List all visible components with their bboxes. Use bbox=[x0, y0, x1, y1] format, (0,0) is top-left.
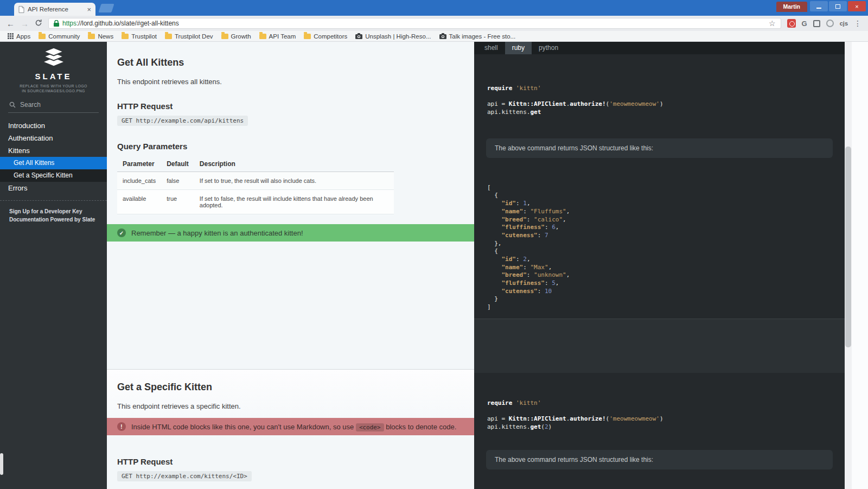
folder-icon bbox=[304, 34, 311, 39]
code-line: "name": "Fluffums", bbox=[487, 208, 832, 216]
page-content: SLATE REPLACE THIS WITH YOUR LOGO IN SOU… bbox=[0, 42, 868, 489]
folder-icon bbox=[221, 34, 228, 39]
http-request-code: GET http://example.com/api/kittens bbox=[117, 116, 248, 126]
sidebar-item-get-a-specific-kitten[interactable]: Get a Specific Kitten bbox=[0, 169, 107, 182]
page-scrollbar[interactable] bbox=[845, 42, 852, 489]
forward-icon[interactable]: → bbox=[21, 20, 29, 28]
exclamation-icon: ! bbox=[117, 422, 126, 431]
code-block-ruby-1: require 'kittn' api = Kittn::APIClient.a… bbox=[474, 54, 845, 130]
sidebar-item-introduction[interactable]: Introduction bbox=[0, 119, 107, 132]
adblock-extension-icon[interactable] bbox=[787, 19, 796, 28]
column-header-description: Description bbox=[194, 157, 394, 172]
section-description: This endpoint retrieves all kittens. bbox=[117, 78, 464, 86]
bookmark-community[interactable]: Community bbox=[35, 31, 83, 41]
sidebar-item-errors[interactable]: Errors bbox=[0, 182, 107, 194]
code-line: api.kittens.get bbox=[487, 109, 832, 117]
minimize-button[interactable] bbox=[810, 1, 828, 11]
code-line: { bbox=[487, 192, 832, 200]
sidebar-item-get-all-kittens[interactable]: Get All Kittens bbox=[0, 157, 107, 169]
powered-by-link[interactable]: Documentation Powered by Slate bbox=[9, 215, 98, 224]
g-extension-icon[interactable]: G bbox=[802, 20, 807, 28]
search-input[interactable] bbox=[20, 101, 91, 109]
column-header-parameter: Parameter bbox=[117, 157, 161, 172]
table-cell: If set to false, the result will include… bbox=[194, 190, 394, 214]
bookmark-competitors[interactable]: Competitors bbox=[301, 31, 350, 41]
tab-title: API Reference bbox=[28, 6, 84, 12]
code-panel-section-gap bbox=[474, 319, 845, 373]
section-description: This endpoint retrieves a specific kitte… bbox=[117, 402, 464, 410]
bookmark-api-team[interactable]: API Team bbox=[256, 31, 299, 41]
bookmark-label: Growth bbox=[231, 33, 251, 40]
signup-link[interactable]: Sign Up for a Developer Key bbox=[9, 207, 98, 215]
folder-icon bbox=[122, 34, 129, 39]
window-titlebar: API Reference × Martin × bbox=[0, 0, 868, 16]
table-cell: available bbox=[117, 190, 161, 214]
table-cell: include_cats bbox=[117, 172, 161, 190]
bookmark-unsplash-high-reso[interactable]: Unsplash | High-Reso... bbox=[352, 31, 434, 41]
bookmark-trustpilot-dev[interactable]: Trustpilot Dev bbox=[162, 31, 216, 41]
check-icon: ✓ bbox=[117, 228, 126, 237]
cjs-extension-icon[interactable]: cjs bbox=[840, 20, 848, 27]
lang-tab-python[interactable]: python bbox=[532, 42, 565, 54]
section-get-a-specific-kitten: Get a Specific Kitten This endpoint retr… bbox=[107, 369, 474, 489]
page-title: Get All Kittens bbox=[107, 42, 474, 68]
bookmark-label: Talk images - Free sto... bbox=[449, 33, 516, 40]
scrollbar-thumb[interactable] bbox=[845, 147, 851, 347]
maximize-button[interactable] bbox=[829, 1, 847, 11]
url-bar[interactable]: https ://lord.github.io/slate/#get-all-k… bbox=[48, 18, 781, 29]
window-controls: × bbox=[810, 1, 866, 11]
slate-logo-icon bbox=[39, 47, 69, 67]
bookmark-talk-images-free-sto[interactable]: Talk images - Free sto... bbox=[436, 31, 519, 41]
bookmarks-bar: AppsCommunityNewsTrustpilotTrustpilot De… bbox=[0, 31, 868, 42]
warning-banner-text: Inside HTML code blocks like this one, y… bbox=[131, 423, 456, 431]
screenshot-extension-icon[interactable] bbox=[813, 20, 820, 27]
bookmark-apps[interactable]: Apps bbox=[4, 31, 34, 41]
sidebar-item-authentication[interactable]: Authentication bbox=[0, 132, 107, 144]
folder-icon bbox=[39, 34, 46, 39]
code-line: "cuteness": 7 bbox=[487, 232, 832, 240]
slate-logo: SLATE REPLACE THIS WITH YOUR LOGO IN SOU… bbox=[0, 42, 107, 93]
table-header-row: ParameterDefaultDescription bbox=[117, 157, 394, 172]
browser-tab[interactable]: API Reference × bbox=[14, 3, 95, 16]
camera-icon bbox=[355, 33, 362, 39]
lang-tab-shell[interactable]: shell bbox=[477, 42, 505, 54]
code-line: "id": 1, bbox=[487, 200, 832, 208]
sidebar-scrollbar-thumb[interactable] bbox=[0, 453, 3, 475]
minimize-icon bbox=[816, 8, 821, 9]
close-button[interactable]: × bbox=[848, 1, 866, 11]
http-request-heading: HTTP Request bbox=[117, 457, 464, 466]
browser-menu-icon[interactable]: ⋮ bbox=[854, 19, 861, 28]
code-line: "fluffiness": 6, bbox=[487, 224, 832, 232]
refresh-icon[interactable] bbox=[35, 19, 42, 28]
extension-icon[interactable] bbox=[826, 20, 834, 27]
new-tab-button[interactable] bbox=[98, 4, 114, 12]
code-annotation: The above command returns JSON structure… bbox=[486, 138, 833, 158]
profile-badge[interactable]: Martin bbox=[776, 2, 808, 12]
column-header-default: Default bbox=[161, 157, 194, 172]
back-icon[interactable]: ← bbox=[7, 20, 15, 28]
query-parameters-table: ParameterDefaultDescription include_cats… bbox=[117, 157, 394, 214]
table-cell: true bbox=[161, 190, 194, 214]
browser-navbar: ← → https ://lord.github.io/slate/#get-a… bbox=[0, 16, 868, 31]
bookmark-trustpilot[interactable]: Trustpilot bbox=[118, 31, 160, 41]
bookmark-label: API Team bbox=[269, 33, 296, 40]
camera-icon bbox=[439, 33, 446, 39]
search-icon bbox=[9, 101, 16, 108]
bookmark-star-icon[interactable]: ☆ bbox=[769, 19, 776, 28]
warning-banner: ! Inside HTML code blocks like this one,… bbox=[107, 418, 474, 435]
docs-sidebar: SLATE REPLACE THIS WITH YOUR LOGO IN SOU… bbox=[0, 42, 107, 489]
lang-tab-ruby[interactable]: ruby bbox=[505, 42, 532, 54]
search-box[interactable] bbox=[8, 101, 99, 113]
bookmark-news[interactable]: News bbox=[85, 31, 117, 41]
section-get-all-kittens: Get All Kittens This endpoint retrieves … bbox=[107, 42, 474, 369]
code-block-json-response: [ { "id": 1, "name": "Fluffums", "breed"… bbox=[474, 158, 845, 319]
sidebar-item-kittens[interactable]: Kittens bbox=[0, 144, 107, 157]
tab-close-icon[interactable]: × bbox=[87, 6, 91, 13]
bookmark-growth[interactable]: Growth bbox=[218, 31, 254, 41]
code-line: require 'kittn' bbox=[487, 399, 832, 408]
bookmark-label: Community bbox=[48, 33, 80, 40]
bookmark-label: Competitors bbox=[314, 33, 347, 40]
section-title: Get a Specific Kitten bbox=[107, 370, 474, 393]
table-cell: If set to true, the result will also inc… bbox=[194, 172, 394, 190]
folder-icon bbox=[165, 34, 172, 39]
